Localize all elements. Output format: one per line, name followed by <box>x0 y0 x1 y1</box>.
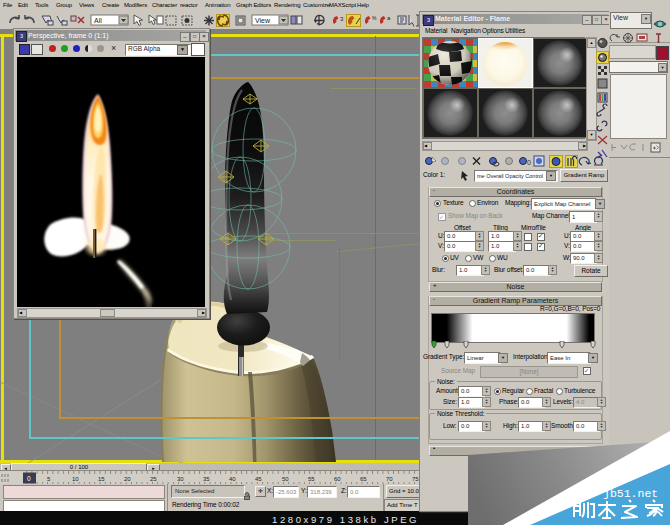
svg-text:65: 65 <box>360 476 367 482</box>
svg-text:25: 25 <box>150 476 157 482</box>
svg-text:0: 0 <box>527 159 531 166</box>
svg-text:35: 35 <box>203 476 210 482</box>
svg-text:70: 70 <box>386 476 393 482</box>
svg-text:55: 55 <box>308 476 315 482</box>
svg-text:45: 45 <box>255 476 262 482</box>
svg-text:0: 0 <box>27 475 31 482</box>
svg-text:10: 10 <box>72 476 79 482</box>
svg-text:15: 15 <box>98 476 105 482</box>
svg-text:50: 50 <box>282 476 289 482</box>
svg-text:30: 30 <box>177 476 184 482</box>
svg-text:20: 20 <box>124 476 131 482</box>
svg-text:60: 60 <box>334 476 341 482</box>
svg-text:40: 40 <box>229 476 236 482</box>
